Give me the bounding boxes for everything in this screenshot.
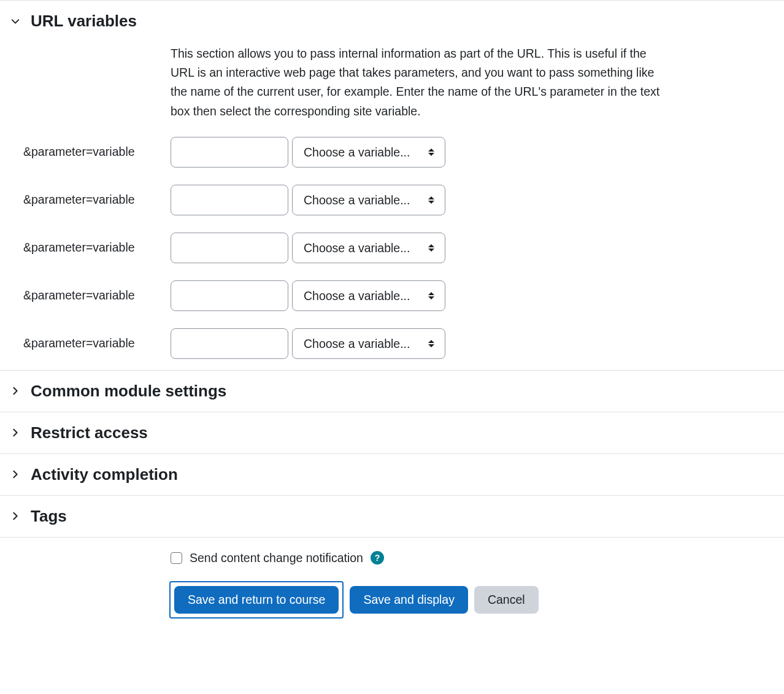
param-name-input[interactable] [171, 233, 288, 263]
param-variable-select[interactable]: Choose a variable... [292, 137, 445, 168]
focused-button-outline: Save and return to course [169, 581, 344, 619]
section-url-variables: URL variables This section allows you to… [0, 0, 784, 370]
param-variable-select[interactable]: Choose a variable... [292, 280, 445, 311]
param-label: &parameter=variable [11, 288, 171, 303]
form-footer: Send content change notification ? Save … [0, 537, 784, 637]
chevron-right-icon [11, 512, 20, 520]
section-title-tags: Tags [31, 507, 67, 526]
section-common-module-settings: Common module settings [0, 370, 784, 412]
section-header-common-module[interactable]: Common module settings [11, 382, 773, 401]
help-icon[interactable]: ? [371, 551, 384, 565]
send-notification-checkbox[interactable] [171, 552, 182, 564]
param-name-input[interactable] [171, 328, 288, 359]
chevron-right-icon [11, 387, 20, 395]
param-label: &parameter=variable [11, 145, 171, 159]
param-name-input[interactable] [171, 185, 288, 215]
section-activity-completion: Activity completion [0, 453, 784, 495]
chevron-right-icon [11, 470, 20, 479]
section-title-common-module: Common module settings [31, 382, 226, 401]
param-label: &parameter=variable [11, 193, 171, 207]
param-variable-select[interactable]: Choose a variable... [292, 233, 445, 263]
param-variable-select[interactable]: Choose a variable... [292, 328, 445, 359]
param-row: &parameter=variable Choose a variable... [11, 280, 773, 311]
section-body-url-variables: This section allows you to pass internal… [11, 44, 773, 359]
section-tags: Tags [0, 495, 784, 537]
param-label: &parameter=variable [11, 336, 171, 350]
section-title-activity-completion: Activity completion [31, 465, 178, 484]
chevron-right-icon [11, 428, 20, 437]
section-header-restrict-access[interactable]: Restrict access [11, 423, 773, 442]
param-row: &parameter=variable Choose a variable... [11, 137, 773, 168]
section-title-url-variables: URL variables [31, 12, 137, 31]
param-name-input[interactable] [171, 280, 288, 311]
param-row: &parameter=variable Choose a variable... [11, 328, 773, 359]
save-display-button[interactable]: Save and display [350, 586, 468, 614]
cancel-button[interactable]: Cancel [474, 586, 539, 614]
section-title-restrict-access: Restrict access [31, 423, 148, 442]
send-notification-label: Send content change notification [190, 551, 363, 565]
param-label: &parameter=variable [11, 241, 171, 255]
url-variables-description: This section allows you to pass internal… [171, 44, 661, 121]
param-row: &parameter=variable Choose a variable... [11, 233, 773, 263]
save-return-button[interactable]: Save and return to course [174, 586, 339, 614]
chevron-down-icon [11, 17, 20, 26]
param-row: &parameter=variable Choose a variable... [11, 185, 773, 215]
section-restrict-access: Restrict access [0, 412, 784, 453]
param-variable-select[interactable]: Choose a variable... [292, 185, 445, 215]
param-name-input[interactable] [171, 137, 288, 168]
section-header-url-variables[interactable]: URL variables [11, 12, 773, 31]
section-header-tags[interactable]: Tags [11, 507, 773, 526]
section-header-activity-completion[interactable]: Activity completion [11, 465, 773, 484]
